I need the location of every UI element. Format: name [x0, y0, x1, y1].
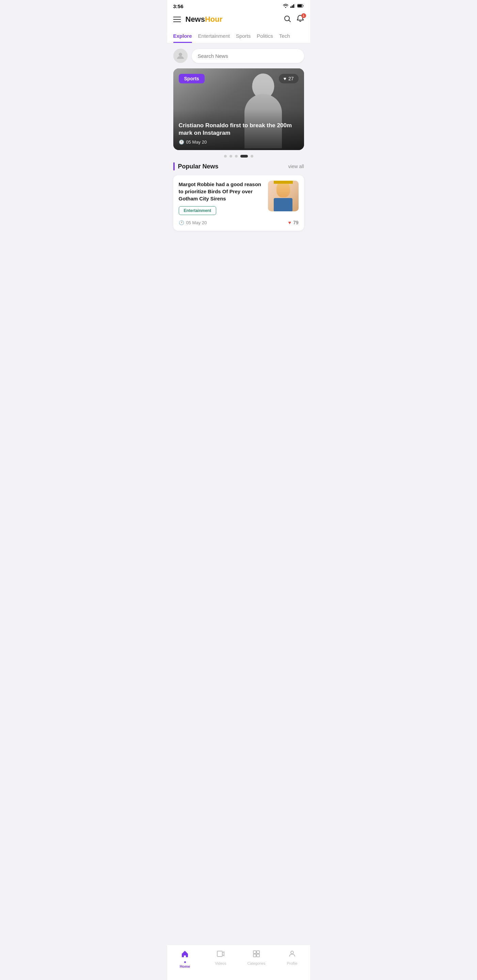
nav-profile-label: Profile [287, 961, 297, 966]
heart-icon-2: ♥ [289, 220, 291, 225]
featured-category-badge: Sports [179, 74, 205, 83]
nav-home-label: Home [180, 964, 190, 969]
featured-date: 🕐 05 May 20 [179, 140, 298, 145]
notif-badge: 1 [302, 13, 306, 18]
nav-active-dot [184, 961, 186, 963]
logo-news: News [185, 15, 205, 24]
card-footer: 🕐 05 May 20 ♥ 79 [179, 220, 298, 225]
heart-icon: ♥ [284, 76, 286, 81]
svg-rect-12 [257, 954, 260, 957]
status-time: 3:56 [173, 3, 183, 9]
featured-card[interactable]: Sports ♥ 27 Cristiano Ronaldo first to b… [173, 68, 304, 150]
nav-videos-label: Videos [215, 961, 226, 966]
logo-hour: Hour [205, 15, 222, 24]
videos-icon [217, 950, 225, 960]
news-card-title: Margot Robbie had a good reason to prior… [179, 181, 263, 202]
tab-explore[interactable]: Explore [173, 29, 198, 43]
featured-title: Cristiano Ronaldo first to break the 200… [179, 122, 298, 137]
dot-4[interactable] [240, 155, 248, 158]
tab-bar: Explore Entertainment Sports Politics Te… [167, 29, 310, 43]
clock-icon: 🕐 [179, 140, 184, 145]
dot-3[interactable] [235, 155, 238, 158]
bottom-nav: Home Videos Categories Pro [167, 945, 310, 980]
profile-icon [288, 950, 296, 960]
tab-politics[interactable]: Politics [257, 29, 279, 43]
news-category-tag: Entertainment [179, 206, 217, 215]
svg-point-13 [291, 951, 294, 954]
status-bar: 3:56 [167, 0, 310, 11]
svg-rect-10 [257, 951, 260, 953]
tab-sports[interactable]: Sports [236, 29, 257, 43]
card-likes: ♥ 79 [289, 220, 298, 225]
section-title: Popular News [173, 162, 219, 170]
dot-5[interactable] [250, 155, 253, 158]
svg-rect-2 [293, 5, 294, 8]
status-icons [283, 4, 304, 9]
featured-content: Cristiano Ronaldo first to break the 200… [179, 122, 298, 145]
nav-profile[interactable]: Profile [274, 948, 310, 970]
tab-tech[interactable]: Tech [279, 29, 296, 43]
svg-rect-0 [290, 6, 292, 8]
news-thumbnail [268, 181, 298, 211]
featured-like-badge: ♥ 27 [279, 74, 298, 83]
svg-rect-1 [292, 5, 293, 8]
tab-entertainment[interactable]: Entertainment [198, 29, 236, 43]
nav-videos[interactable]: Videos [203, 948, 239, 970]
slider-dots [167, 155, 310, 158]
popular-news-section: Popular News view all Margot Robbie had … [167, 162, 310, 231]
header: NewsHour 1 [167, 11, 310, 29]
home-icon [181, 950, 189, 960]
signal-icon [290, 4, 295, 9]
clock-icon-2: 🕐 [179, 220, 184, 225]
card-date: 🕐 05 May 20 [179, 220, 207, 225]
search-area [167, 43, 310, 68]
user-avatar [173, 49, 188, 63]
svg-rect-3 [295, 4, 295, 8]
menu-button[interactable] [173, 17, 181, 22]
svg-rect-11 [253, 954, 256, 957]
nav-categories-label: Categories [247, 961, 265, 966]
news-card[interactable]: Margot Robbie had a good reason to prior… [173, 175, 304, 231]
content-area: Sports ♥ 27 Cristiano Ronaldo first to b… [167, 43, 310, 277]
svg-rect-9 [253, 951, 256, 953]
header-right: 1 [284, 14, 304, 24]
categories-icon [252, 950, 260, 960]
svg-rect-5 [298, 5, 302, 7]
svg-rect-8 [217, 951, 222, 956]
featured-like-count: 27 [289, 76, 294, 81]
search-button[interactable] [284, 15, 291, 24]
search-input[interactable] [192, 49, 304, 63]
nav-home[interactable]: Home [167, 948, 203, 970]
dot-1[interactable] [224, 155, 227, 158]
notifications-button[interactable]: 1 [297, 14, 304, 24]
app-logo: NewsHour [185, 15, 223, 24]
news-card-inner: Margot Robbie had a good reason to prior… [179, 181, 298, 215]
nav-categories[interactable]: Categories [239, 948, 274, 970]
section-header: Popular News view all [173, 162, 304, 170]
svg-point-7 [179, 53, 182, 56]
news-card-text: Margot Robbie had a good reason to prior… [179, 181, 263, 215]
battery-icon [297, 4, 304, 9]
dot-2[interactable] [230, 155, 232, 158]
header-left: NewsHour [173, 15, 223, 24]
thumb-placeholder [268, 181, 298, 211]
view-all-button[interactable]: view all [289, 164, 304, 169]
wifi-icon [283, 4, 289, 9]
